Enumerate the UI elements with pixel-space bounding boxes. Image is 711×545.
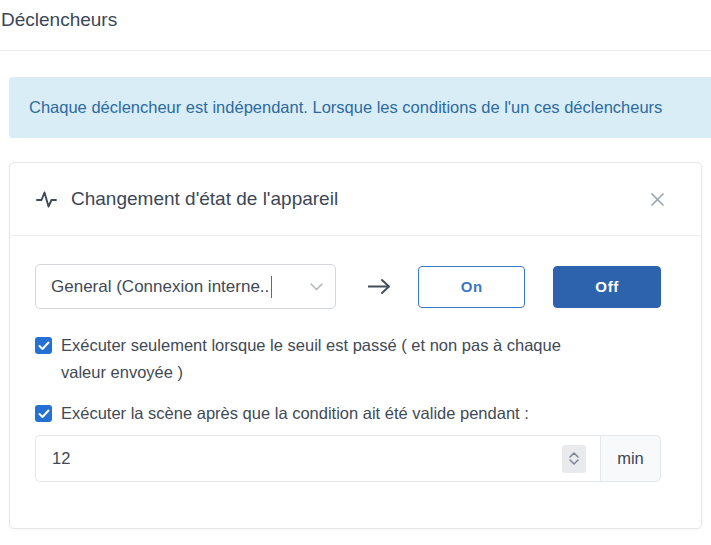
duration-checkbox-label: Exécuter la scène après que la condition… (61, 400, 529, 427)
unit-label: min (600, 435, 661, 482)
close-icon[interactable] (646, 188, 669, 211)
trigger-card-body: General (Connexion interne.. On Off (10, 236, 701, 528)
page-title: Déclencheurs (0, 0, 711, 31)
duration-input[interactable] (36, 436, 600, 481)
duration-option-row: Exécuter la scène après que la condition… (35, 400, 661, 427)
device-state-row: General (Connexion interne.. On Off (35, 264, 661, 309)
card-title: Changement d'état de l'appareil (71, 188, 646, 210)
device-select[interactable]: General (Connexion interne.. (35, 264, 336, 309)
divider (0, 50, 711, 51)
duration-input-group: min (35, 435, 661, 482)
duration-checkbox[interactable] (35, 405, 52, 422)
number-stepper[interactable] (562, 445, 586, 473)
trigger-card: Changement d'état de l'appareil General … (9, 162, 702, 529)
duration-input-wrap (35, 435, 600, 482)
activity-icon (36, 189, 57, 210)
text-cursor (271, 276, 272, 298)
device-select-value: General (Connexion interne.. (51, 277, 269, 297)
threshold-option-row: Exécuter seulement lorsque le seuil est … (35, 332, 661, 386)
info-banner: Chaque déclencheur est indépendant. Lors… (9, 77, 711, 138)
page: Déclencheurs Chaque déclencheur est indé… (0, 0, 711, 529)
on-button[interactable]: On (418, 266, 525, 308)
info-banner-text: Chaque déclencheur est indépendant. Lors… (29, 98, 662, 117)
chevron-down-icon (310, 283, 323, 291)
arrow-right-icon (367, 278, 392, 295)
threshold-checkbox-label: Exécuter seulement lorsque le seuil est … (61, 332, 561, 386)
off-button[interactable]: Off (553, 266, 661, 308)
trigger-card-header: Changement d'état de l'appareil (10, 163, 701, 236)
threshold-checkbox[interactable] (35, 337, 52, 354)
